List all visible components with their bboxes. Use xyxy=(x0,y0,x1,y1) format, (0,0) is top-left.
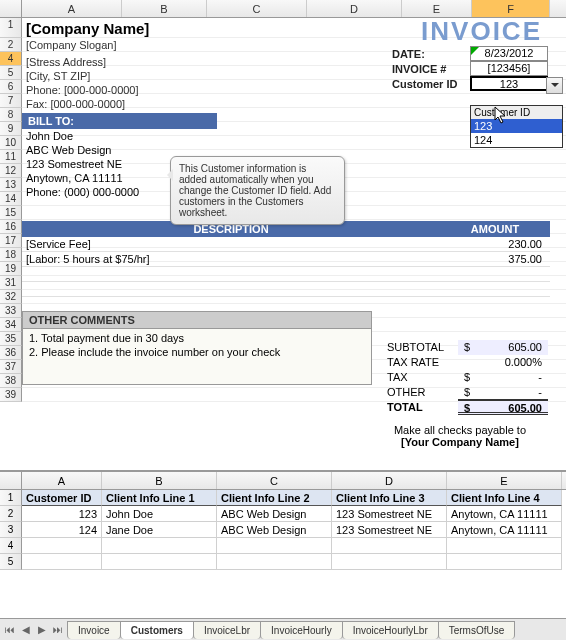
header-customer-id[interactable]: Customer ID xyxy=(22,490,102,506)
cell[interactable]: 123 Somestreet NE xyxy=(332,522,447,538)
line-item[interactable] xyxy=(22,282,550,297)
currency: $ xyxy=(458,340,476,355)
row-35[interactable]: 35 xyxy=(0,332,22,346)
dropdown-item[interactable]: 123 xyxy=(471,119,562,133)
row-7[interactable]: 7 xyxy=(0,94,22,108)
row-19[interactable]: 19 xyxy=(0,262,22,276)
worksheet-customers: A B C D E 1 Customer ID Client Info Line… xyxy=(0,470,566,570)
row-36[interactable]: 36 xyxy=(0,346,22,360)
cell[interactable]: 123 xyxy=(22,506,102,522)
row-31[interactable]: 31 xyxy=(0,276,22,290)
cell[interactable]: Anytown, CA 11111 xyxy=(447,522,562,538)
line-item[interactable]: [Service Fee] 230.00 xyxy=(22,237,550,252)
tab-nav: ⏮ ◀ ▶ ⏭ xyxy=(0,622,68,638)
row-38[interactable]: 38 xyxy=(0,374,22,388)
header-line2[interactable]: Client Info Line 2 xyxy=(217,490,332,506)
col-B[interactable]: B xyxy=(102,472,217,489)
dropdown-item[interactable]: 124 xyxy=(471,133,562,147)
col-D[interactable]: D xyxy=(332,472,447,489)
row-1[interactable]: 1 xyxy=(0,18,22,38)
line-desc[interactable]: [Labor: 5 hours at $75/hr] xyxy=(22,252,440,266)
other-value[interactable]: - xyxy=(476,385,548,400)
col-C[interactable]: C xyxy=(207,0,307,17)
header-line1[interactable]: Client Info Line 1 xyxy=(102,490,217,506)
row-2[interactable]: 2 xyxy=(0,38,22,52)
row-32[interactable]: 32 xyxy=(0,290,22,304)
col-E[interactable]: E xyxy=(402,0,472,17)
invoice-num-value[interactable]: [123456] xyxy=(470,61,548,76)
select-all-corner[interactable] xyxy=(0,472,22,489)
tab-termsofuse[interactable]: TermsOfUse xyxy=(438,621,516,639)
select-all-corner[interactable] xyxy=(0,0,22,17)
tab-invoice[interactable]: Invoice xyxy=(67,621,121,639)
date-label: DATE: xyxy=(392,48,470,60)
row-11[interactable]: 11 xyxy=(0,150,22,164)
taxrate-value[interactable]: 0.000% xyxy=(476,355,548,370)
col-B[interactable]: B xyxy=(122,0,207,17)
cell[interactable]: ABC Web Design xyxy=(217,522,332,538)
row-4[interactable]: 4 xyxy=(0,538,22,554)
dropdown-button[interactable] xyxy=(546,77,563,94)
row-1[interactable]: 1 xyxy=(0,490,22,506)
last-sheet-icon[interactable]: ⏭ xyxy=(50,622,66,638)
header-amount: AMOUNT xyxy=(440,221,550,237)
line-desc[interactable]: [Service Fee] xyxy=(22,237,440,251)
row-2[interactable]: 2 xyxy=(0,506,22,522)
header-line4[interactable]: Client Info Line 4 xyxy=(447,490,562,506)
line-amount[interactable]: 375.00 xyxy=(440,252,550,266)
row-17[interactable]: 17 xyxy=(0,234,22,248)
row-4[interactable]: 4 xyxy=(0,52,22,66)
col-D[interactable]: D xyxy=(307,0,402,17)
comments-body[interactable]: 1. Total payment due in 30 days 2. Pleas… xyxy=(22,329,372,385)
line-amount[interactable]: 230.00 xyxy=(440,237,550,251)
cell[interactable]: 124 xyxy=(22,522,102,538)
header-line3[interactable]: Client Info Line 3 xyxy=(332,490,447,506)
cell[interactable]: Jane Doe xyxy=(102,522,217,538)
row-33[interactable]: 33 xyxy=(0,304,22,318)
row-16[interactable]: 16 xyxy=(0,220,22,234)
row-34[interactable]: 34 xyxy=(0,318,22,332)
row-37[interactable]: 37 xyxy=(0,360,22,374)
row-13[interactable]: 13 xyxy=(0,178,22,192)
line-item[interactable] xyxy=(22,267,550,282)
row-10[interactable]: 10 xyxy=(0,136,22,150)
tab-invoicelbr[interactable]: InvoiceLbr xyxy=(193,621,261,639)
col-F[interactable]: F xyxy=(472,0,550,17)
invoice-num-label: INVOICE # xyxy=(392,63,470,75)
payable-company[interactable]: [Your Company Name] xyxy=(380,436,540,448)
table-row[interactable]: 2 123 John Doe ABC Web Design 123 Somest… xyxy=(0,506,566,522)
row-5[interactable]: 5 xyxy=(0,66,22,80)
cell[interactable]: John Doe xyxy=(102,506,217,522)
first-sheet-icon[interactable]: ⏮ xyxy=(2,622,18,638)
row-14[interactable]: 14 xyxy=(0,192,22,206)
tab-invoicehourlylbr[interactable]: InvoiceHourlyLbr xyxy=(342,621,439,639)
col-A[interactable]: A xyxy=(22,472,102,489)
cell[interactable]: ABC Web Design xyxy=(217,506,332,522)
subtotal-value: 605.00 xyxy=(476,340,548,355)
col-A[interactable]: A xyxy=(22,0,122,17)
col-E[interactable]: E xyxy=(447,472,562,489)
row-5[interactable]: 5 xyxy=(0,554,22,570)
invoice-title: INVOICE xyxy=(421,16,542,47)
row-6[interactable]: 6 xyxy=(0,80,22,94)
comments-header: OTHER COMMENTS xyxy=(22,311,372,329)
table-row[interactable]: 3 124 Jane Doe ABC Web Design 123 Somest… xyxy=(0,522,566,538)
col-C[interactable]: C xyxy=(217,472,332,489)
row-9[interactable]: 9 xyxy=(0,122,22,136)
customer-id-dropdown[interactable]: Customer ID 123 124 xyxy=(470,105,563,148)
row-12[interactable]: 12 xyxy=(0,164,22,178)
customer-id-value[interactable]: 123 xyxy=(470,76,548,91)
cell[interactable]: Anytown, CA 11111 xyxy=(447,506,562,522)
row-39[interactable]: 39 xyxy=(0,388,22,402)
prev-sheet-icon[interactable]: ◀ xyxy=(18,622,34,638)
row-3[interactable]: 3 xyxy=(0,522,22,538)
row-8[interactable]: 8 xyxy=(0,108,22,122)
cell[interactable]: 123 Somestreet NE xyxy=(332,506,447,522)
row-18[interactable]: 18 xyxy=(0,248,22,262)
date-value[interactable]: 8/23/2012 xyxy=(470,46,548,61)
row-15[interactable]: 15 xyxy=(0,206,22,220)
next-sheet-icon[interactable]: ▶ xyxy=(34,622,50,638)
line-item[interactable]: [Labor: 5 hours at $75/hr] 375.00 xyxy=(22,252,550,267)
tab-invoicehourly[interactable]: InvoiceHourly xyxy=(260,621,343,639)
tab-customers[interactable]: Customers xyxy=(120,621,194,639)
